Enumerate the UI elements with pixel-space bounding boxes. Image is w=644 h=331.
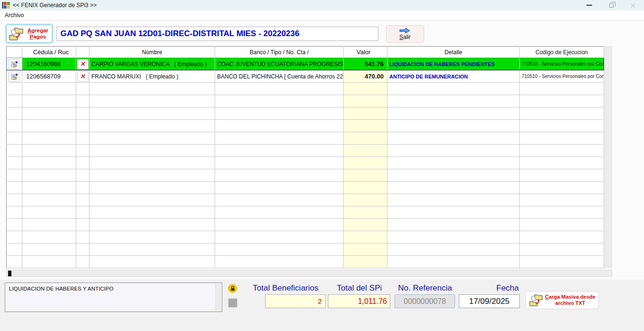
window-title: << FENIX Generador de SPi3 >>	[13, 2, 97, 9]
col-codigo: Codigo de Ejecucion	[520, 47, 604, 58]
color-indicator-square[interactable]	[228, 298, 238, 308]
grid-header-row: Cédula / Ruc Nombre Banco / Tipo / No. C…	[7, 47, 604, 58]
cell-valor: 541.76	[344, 58, 387, 70]
add-payments-folders-icon	[9, 27, 24, 41]
restore-button[interactable]	[600, 0, 622, 10]
close-icon: ✕	[630, 2, 636, 9]
table-row-empty	[7, 256, 604, 268]
table-row-empty	[7, 107, 604, 120]
textarea-scrollbar[interactable]	[215, 283, 221, 311]
salir-label: Salir	[399, 34, 411, 40]
total-spi-label: Total del SPi	[328, 283, 391, 293]
delete-icon: ✕	[80, 60, 85, 68]
table-row-empty	[7, 182, 604, 194]
col-detalle: Detalle	[387, 47, 520, 58]
col-nombre: Nombre	[89, 47, 215, 58]
table-row-empty	[7, 95, 604, 107]
total-spi-value: 1,011.76	[328, 294, 390, 308]
col-cedula: Cédula / Ruc	[22, 47, 76, 58]
scrollbar-thumb[interactable]	[8, 271, 11, 276]
entity-title-input[interactable]	[56, 27, 378, 41]
edit-row-button[interactable]	[9, 71, 20, 82]
delete-icon: ✕	[80, 73, 85, 80]
delete-row-button[interactable]: ✕	[77, 71, 89, 82]
table-row-empty	[7, 206, 604, 219]
col-edit	[7, 47, 22, 58]
edit-icon	[11, 73, 18, 80]
cell-cedula: 1206568709	[22, 70, 76, 83]
total-beneficiarios-label: Total Beneficiarios	[246, 283, 326, 293]
restore-icon	[609, 3, 614, 8]
table-row-empty	[7, 157, 604, 169]
footer-panel: LIQUIDACION DE HABERES Y ANTICIPO Total …	[0, 280, 644, 331]
table-row-empty	[7, 169, 604, 182]
table-row-selected[interactable]: 1204160988 ✕ CARPIO VARGAS VERONICA ( Em…	[7, 58, 604, 70]
fecha-value[interactable]: 17/09/2025	[459, 294, 520, 308]
fecha-label: Fecha	[458, 283, 520, 293]
table-row-empty	[7, 120, 604, 132]
window-titlebar: << FENIX Generador de SPi3 >> ✕	[0, 0, 644, 10]
table-row-empty	[7, 194, 604, 206]
lock-icon	[228, 284, 237, 293]
app-icon	[2, 1, 10, 9]
cell-detalle: ANTICIPO DE REMUNERACION	[387, 70, 520, 83]
referencia-value: 0000000078	[395, 294, 455, 308]
agregar-pagos-button[interactable]: Agregar Pagos	[6, 25, 52, 43]
total-beneficiarios-value: 2	[265, 294, 326, 308]
descripcion-text: LIQUIDACION DE HABERES Y ANTICIPO	[9, 286, 113, 292]
cell-codigo: 710510 - Servicios Personales por Contra…	[520, 70, 604, 83]
salir-button[interactable]: Salir	[386, 25, 424, 43]
grid-vertical-scrollbar[interactable]	[604, 46, 612, 268]
col-banco: Banco / Tipo / No. Cta /	[215, 47, 344, 58]
delete-row-button[interactable]: ✕	[77, 59, 89, 69]
col-valor: Valor	[344, 47, 387, 58]
edit-icon	[11, 61, 18, 68]
table-row-empty	[7, 219, 604, 231]
menu-archivo[interactable]: Archivo	[0, 12, 29, 19]
exit-arrow-icon	[399, 28, 411, 34]
close-button[interactable]: ✕	[622, 0, 644, 10]
carga-masiva-button[interactable]: Carga Masiva desde archivo TXT	[525, 291, 599, 309]
carga-masiva-folders-icon	[529, 293, 543, 307]
table-body: 1204160988 ✕ CARPIO VARGAS VERONICA ( Em…	[7, 58, 604, 268]
descripcion-textarea[interactable]: LIQUIDACION DE HABERES Y ANTICIPO	[5, 282, 222, 312]
carga-masiva-label: Carga Masiva desde archivo TXT	[545, 294, 595, 306]
table-row-empty	[7, 132, 604, 145]
table-row-empty	[7, 83, 604, 95]
cell-detalle: LIQUIDACION DE HABERES PENDIENTES	[387, 58, 520, 70]
cell-codigo: 710510 - Servicios Personales por Contra…	[520, 58, 604, 70]
minimize-button[interactable]	[578, 0, 600, 10]
referencia-label: No. Referencia	[394, 283, 456, 293]
agregar-pagos-label: Agregar Pagos	[26, 28, 50, 40]
minimize-icon	[586, 5, 592, 6]
form-body: Agregar Pagos Salir Cédula / Ruc Nombre …	[0, 20, 644, 331]
grid-horizontal-scrollbar[interactable]	[6, 270, 612, 277]
edit-row-button[interactable]	[9, 59, 20, 69]
table-row-empty	[7, 231, 604, 243]
table-row-empty	[7, 145, 604, 157]
cell-nombre: FRANCO MARIUXI ( Empleado )	[89, 70, 215, 83]
col-delete	[76, 47, 89, 58]
cell-nombre: CARPIO VARGAS VERONICA ( Empleado )	[89, 58, 215, 70]
menu-bar: Archivo	[0, 10, 644, 20]
payments-grid: Cédula / Ruc Nombre Banco / Tipo / No. C…	[6, 46, 604, 268]
cell-banco: BANCO DEL PICHINCHA [ Cuenta de Ahorros …	[215, 70, 344, 83]
cell-cedula: 1204160988	[22, 58, 76, 70]
cell-valor: 470.00	[344, 70, 387, 83]
table-row-empty	[7, 243, 604, 256]
table-row[interactable]: 1206568709 ✕ FRANCO MARIUXI ( Empleado )…	[7, 70, 604, 83]
cell-banco: COAC JUVENTUD ECUATORIANA PROGRESISTA LT…	[215, 58, 344, 70]
